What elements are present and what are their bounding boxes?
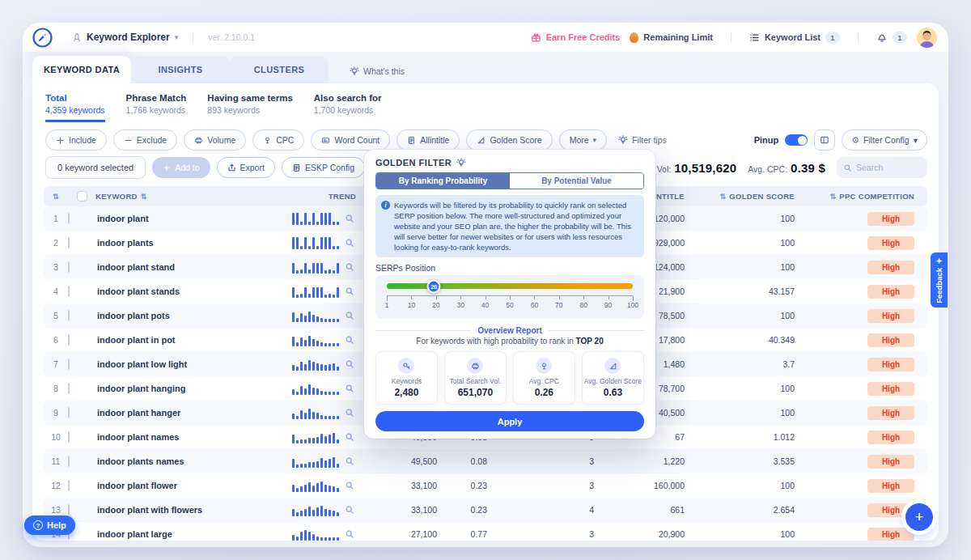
search-keyword-icon[interactable] [345, 311, 354, 320]
keyword-cell[interactable]: indoor plant large [95, 529, 275, 539]
column-header-ppc-competition[interactable]: ⇅PPC COMPETITION [795, 192, 927, 201]
subtab-phrase-match[interactable]: Phrase Match 1,766 keywords [126, 93, 187, 122]
add-floating-button[interactable]: + [905, 503, 933, 531]
row-checkbox[interactable] [68, 261, 70, 273]
ppc-badge[interactable]: High [867, 285, 914, 299]
search-keyword-icon[interactable] [345, 529, 354, 539]
search-keyword-icon[interactable] [345, 359, 354, 369]
keyword-cell[interactable]: indoor plant [95, 214, 275, 223]
keyword-cell[interactable]: indoor plant names [95, 432, 275, 442]
export-button[interactable]: Export [217, 157, 275, 178]
filter-chip-exclude[interactable]: Exclude [113, 129, 177, 151]
row-checkbox[interactable] [68, 431, 70, 443]
ppc-badge[interactable]: High [867, 358, 914, 371]
row-checkbox[interactable] [68, 504, 70, 515]
slider-thumb[interactable]: 20 [427, 279, 441, 293]
tab-keyword-data[interactable]: KEYWORD DATA [32, 56, 131, 83]
keyword-cell[interactable]: indoor plants names [95, 456, 275, 466]
column-header-index[interactable]: ⇅ [44, 193, 68, 201]
search-keyword-icon[interactable] [345, 384, 354, 393]
more-filters-button[interactable]: More ▾ [559, 129, 607, 151]
ppc-badge[interactable]: High [867, 236, 914, 250]
sort-icon[interactable]: ⇅ [53, 193, 59, 201]
search-keyword-icon[interactable] [345, 456, 354, 466]
ppc-badge[interactable]: High [867, 406, 914, 420]
row-checkbox[interactable] [68, 407, 70, 418]
row-checkbox[interactable] [68, 310, 70, 321]
subtab-having-same-terms[interactable]: Having same terms 893 keywords [207, 93, 292, 122]
keyword-cell[interactable]: indoor plant with flowers [95, 505, 275, 515]
ppc-badge[interactable]: High [867, 528, 914, 541]
sort-icon[interactable]: ⇅ [719, 193, 726, 201]
keyword-cell[interactable]: indoor plant in pot [95, 335, 275, 345]
row-checkbox[interactable] [68, 237, 70, 248]
eskp-config-button[interactable]: ESKP Config [282, 157, 365, 178]
row-checkbox[interactable] [68, 286, 70, 297]
ppc-badge[interactable]: High [867, 261, 914, 274]
ppc-badge[interactable]: High [867, 431, 914, 444]
row-checkbox[interactable] [68, 480, 70, 491]
ppc-badge[interactable]: High [867, 309, 914, 323]
search-keyword-icon[interactable] [345, 335, 354, 345]
column-header-golden-score[interactable]: ⇅GOLDEN SCORE [685, 192, 795, 201]
slider-track[interactable]: 20 [387, 283, 633, 289]
keyword-cell[interactable]: indoor plant low light [95, 359, 275, 369]
search-keyword-icon[interactable] [345, 286, 354, 296]
filter-tips-link[interactable]: Filter tips [618, 135, 667, 145]
tab-insights[interactable]: INSIGHTS [131, 56, 230, 83]
keyword-cell[interactable]: indoor plant flower [95, 481, 275, 490]
search-keyword-icon[interactable] [345, 505, 354, 515]
filter-chip-include[interactable]: Include [45, 129, 107, 151]
row-checkbox[interactable] [68, 383, 70, 394]
filter-chip-cpc[interactable]: CPC [252, 129, 304, 151]
filter-chip-golden-score[interactable]: Golden Score [466, 129, 552, 151]
earn-credits-button[interactable]: Earn Free Credits [531, 32, 621, 43]
search-keyword-icon[interactable] [345, 238, 354, 248]
row-checkbox[interactable] [68, 334, 70, 346]
search-input[interactable] [856, 163, 921, 172]
subtab-also-search-for[interactable]: Also search for 1,700 keywords [314, 93, 382, 122]
keyword-cell[interactable]: indoor plant pots [95, 311, 275, 320]
ppc-badge[interactable]: High [867, 455, 914, 469]
notifications-button[interactable]: 1 [876, 32, 907, 44]
ppc-badge[interactable]: High [867, 212, 914, 226]
tab-by-ranking-probability[interactable]: By Ranking Probability [376, 173, 510, 189]
tab-by-potential-value[interactable]: By Potential Value [510, 173, 643, 189]
add-to-button[interactable]: Add to [152, 157, 210, 178]
select-all-checkbox[interactable] [77, 191, 87, 202]
keyword-cell[interactable]: indoor plant stand [95, 262, 275, 272]
keyword-cell[interactable]: indoor plants [95, 238, 275, 248]
filter-chip-volume[interactable]: Volume [184, 129, 246, 151]
keyword-cell[interactable]: indoor plant stands [95, 286, 275, 296]
apply-button[interactable]: Apply [375, 411, 644, 431]
keyword-list-button[interactable]: Keyword List 1 [749, 32, 840, 44]
ppc-badge[interactable]: High [867, 333, 914, 347]
app-selector[interactable]: Keyword Explorer ▾ [72, 32, 178, 43]
search-keyword-icon[interactable] [345, 408, 354, 418]
sort-icon[interactable]: ⇅ [830, 193, 837, 201]
filter-chip-word-count[interactable]: Word Count [311, 129, 390, 151]
filter-config-button[interactable]: ⚙ Filter Config ▾ [842, 129, 927, 151]
feedback-button[interactable]: Feedback✦ [931, 252, 948, 308]
search-keyword-icon[interactable] [345, 262, 354, 272]
keyword-cell[interactable]: indoor plant hanging [95, 384, 275, 393]
column-layout-button[interactable] [814, 129, 835, 151]
pinup-toggle[interactable] [785, 134, 808, 146]
filter-chip-allintitle[interactable]: Allintitle [396, 129, 460, 151]
row-checkbox[interactable] [68, 213, 70, 224]
sort-icon[interactable]: ⇅ [141, 193, 147, 201]
remaining-limit-button[interactable]: Remaining Limit [630, 32, 713, 43]
ppc-badge[interactable]: High [867, 382, 914, 396]
search-keyword-icon[interactable] [345, 432, 354, 442]
tab-clusters[interactable]: CLUSTERS [230, 56, 329, 83]
user-avatar[interactable] [917, 28, 937, 48]
help-button[interactable]: ? Help [24, 515, 75, 535]
subtab-total[interactable]: Total 4,359 keywords [45, 93, 105, 122]
search-keyword-icon[interactable] [345, 214, 354, 223]
row-checkbox[interactable] [68, 456, 70, 467]
whats-this-link[interactable]: What's this [350, 66, 405, 76]
ppc-badge[interactable]: High [867, 479, 914, 493]
row-checkbox[interactable] [68, 358, 70, 370]
search-keyword-icon[interactable] [345, 481, 354, 490]
keyword-cell[interactable]: indoor plant hanger [95, 408, 275, 418]
